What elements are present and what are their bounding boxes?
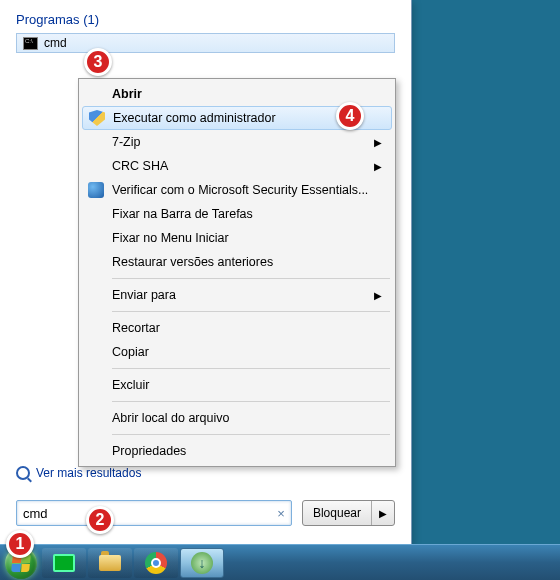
- menu-copy[interactable]: Copiar: [82, 340, 392, 364]
- taskbar: ↓: [0, 544, 560, 580]
- step-badge-2: 2: [86, 506, 114, 534]
- shield-icon: [89, 110, 105, 126]
- context-menu: Abrir Executar como administrador 7-Zip …: [78, 78, 396, 467]
- menu-send-to[interactable]: Enviar para ▶: [82, 283, 392, 307]
- search-icon: [16, 466, 30, 480]
- menu-crc-sha[interactable]: CRC SHA ▶: [82, 154, 392, 178]
- step-badge-3: 3: [84, 48, 112, 76]
- step-badge-4: 4: [336, 102, 364, 130]
- download-icon: ↓: [191, 552, 213, 574]
- chevron-right-icon: ▶: [374, 161, 382, 172]
- menu-open-location[interactable]: Abrir local do arquivo: [82, 406, 392, 430]
- lock-button[interactable]: Bloquear ▶: [302, 500, 395, 526]
- search-input[interactable]: cmd ×: [16, 500, 292, 526]
- menu-restore-versions[interactable]: Restaurar versões anteriores: [82, 250, 392, 274]
- menu-pin-start[interactable]: Fixar no Menu Iniciar: [82, 226, 392, 250]
- taskbar-app-explorer[interactable]: [88, 548, 132, 578]
- menu-pin-taskbar[interactable]: Fixar na Barra de Tarefas: [82, 202, 392, 226]
- security-icon: [88, 182, 104, 198]
- taskbar-app-monitor[interactable]: [42, 548, 86, 578]
- separator: [112, 434, 390, 435]
- lock-options-arrow[interactable]: ▶: [372, 508, 394, 519]
- folder-icon: [99, 555, 121, 571]
- separator: [112, 311, 390, 312]
- taskbar-app-chrome[interactable]: [134, 548, 178, 578]
- step-badge-1: 1: [6, 530, 34, 558]
- separator: [112, 368, 390, 369]
- monitor-icon: [53, 554, 75, 572]
- menu-delete[interactable]: Excluir: [82, 373, 392, 397]
- menu-security-scan[interactable]: Verificar com o Microsoft Security Essen…: [82, 178, 392, 202]
- menu-cut[interactable]: Recortar: [82, 316, 392, 340]
- result-label: cmd: [44, 36, 67, 50]
- programs-section: Programas (1) cmd: [0, 0, 411, 57]
- programs-header: Programas (1): [16, 12, 395, 27]
- search-result-cmd[interactable]: cmd: [16, 33, 395, 53]
- clear-search-icon[interactable]: ×: [277, 506, 285, 521]
- chevron-right-icon: ▶: [374, 137, 382, 148]
- cmd-icon: [23, 37, 38, 50]
- lock-button-label: Bloquear: [303, 506, 371, 520]
- search-input-text: cmd: [23, 506, 277, 521]
- search-row: cmd × Bloquear ▶: [16, 500, 395, 526]
- taskbar-app-download[interactable]: ↓: [180, 548, 224, 578]
- more-results-link[interactable]: Ver mais resultados: [16, 466, 141, 480]
- chevron-right-icon: ▶: [374, 290, 382, 301]
- more-results-label: Ver mais resultados: [36, 466, 141, 480]
- menu-properties[interactable]: Propriedades: [82, 439, 392, 463]
- menu-7zip[interactable]: 7-Zip ▶: [82, 130, 392, 154]
- separator: [112, 278, 390, 279]
- separator: [112, 401, 390, 402]
- chrome-icon: [145, 552, 167, 574]
